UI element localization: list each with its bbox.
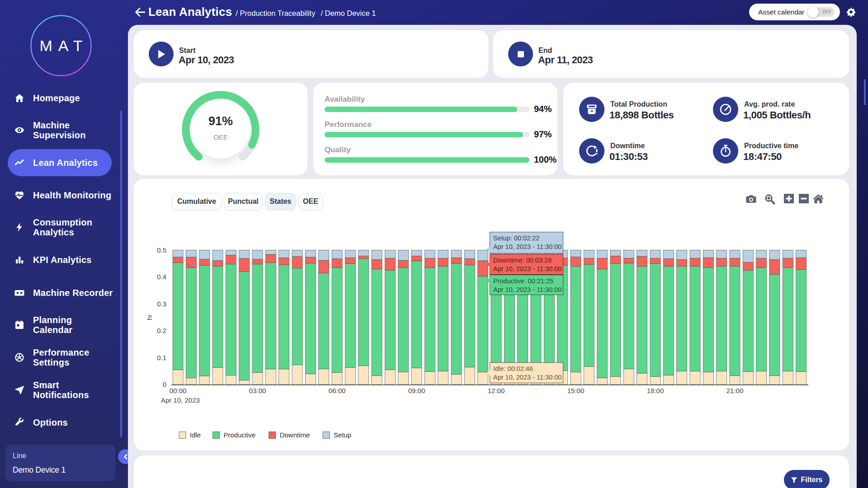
svg-text:0.4: 0.4 bbox=[157, 273, 166, 281]
svg-text:Setup: Setup bbox=[334, 431, 351, 439]
svg-text:00:00: 00:00 bbox=[170, 387, 187, 394]
svg-text:Productive: Productive bbox=[224, 431, 256, 439]
svg-text:03:00: 03:00 bbox=[249, 387, 266, 394]
svg-text:06:00: 06:00 bbox=[329, 387, 346, 394]
svg-text:Apr 10, 2023: Apr 10, 2023 bbox=[161, 396, 200, 404]
svg-text:0.1: 0.1 bbox=[157, 354, 166, 361]
svg-text:Downtime: Downtime bbox=[280, 431, 310, 439]
svg-text:hr: hr bbox=[146, 314, 153, 320]
svg-text:21:00: 21:00 bbox=[726, 387, 744, 394]
svg-text:18:00: 18:00 bbox=[647, 387, 664, 394]
svg-text:15:00: 15:00 bbox=[567, 387, 585, 394]
svg-text:0.5: 0.5 bbox=[157, 246, 166, 254]
svg-text:0.3: 0.3 bbox=[157, 300, 166, 308]
svg-text:0: 0 bbox=[163, 380, 166, 388]
svg-text:12:00: 12:00 bbox=[488, 387, 505, 394]
svg-text:09:00: 09:00 bbox=[408, 387, 425, 394]
svg-text:Idle: Idle bbox=[190, 431, 201, 439]
svg-text:0.2: 0.2 bbox=[157, 327, 166, 334]
